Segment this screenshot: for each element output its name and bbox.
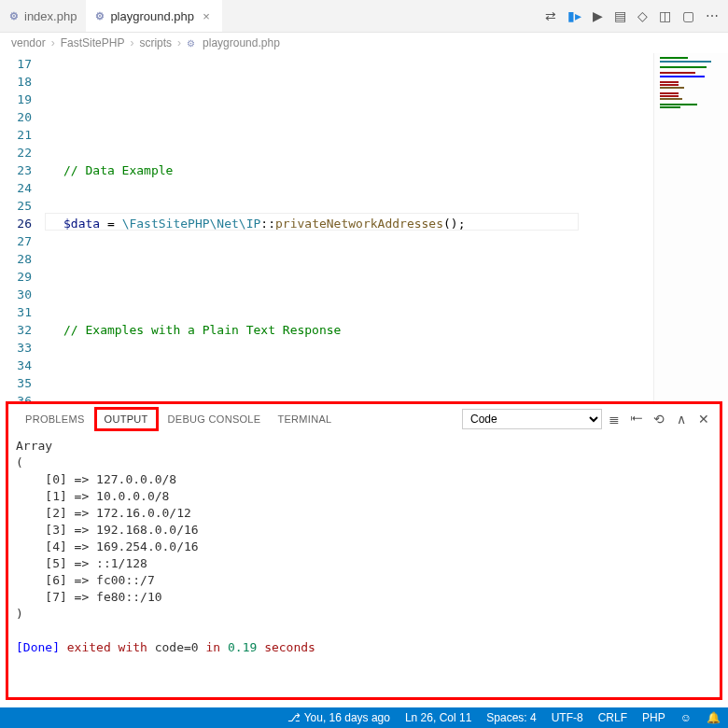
close-icon[interactable]: ✕ xyxy=(693,412,714,427)
run-icon[interactable]: ▶ xyxy=(593,8,603,23)
status-bar: ⎇You, 16 days ago Ln 26, Col 11 Spaces: … xyxy=(0,707,728,728)
open-icon[interactable]: ▮▸ xyxy=(567,8,581,23)
crumb-scripts[interactable]: scripts xyxy=(139,36,172,49)
panel-tab-terminal[interactable]: TERMINAL xyxy=(270,408,339,430)
panel-tabbar: PROBLEMS OUTPUT DEBUG CONSOLE TERMINAL C… xyxy=(8,404,720,434)
status-spaces[interactable]: Spaces: 4 xyxy=(479,711,543,724)
breadcrumb: vendor › FastSitePHP › scripts › ⚙ playg… xyxy=(0,33,728,53)
chevron-up-icon[interactable]: ∧ xyxy=(671,412,692,427)
crumb-fastsitephp[interactable]: FastSitePHP xyxy=(61,36,125,49)
status-git[interactable]: ⎇You, 16 days ago xyxy=(280,711,398,724)
diff-icon[interactable]: ⇄ xyxy=(545,8,556,23)
list-icon[interactable]: ≣ xyxy=(604,412,624,427)
git-commit-icon: ⎇ xyxy=(287,711,301,724)
tab-label: index.php xyxy=(24,9,77,23)
minimap[interactable] xyxy=(653,53,728,401)
status-bell-icon[interactable]: 🔔 xyxy=(699,711,728,724)
bottom-panel: PROBLEMS OUTPUT DEBUG CONSOLE TERMINAL C… xyxy=(6,401,722,700)
editor[interactable]: 17 18 19 20 21 22 23 24 25 26 27 28 29 3… xyxy=(0,53,728,401)
crumb-file[interactable]: playground.php xyxy=(203,36,280,49)
panel-tab-debug[interactable]: DEBUG CONSOLE xyxy=(161,408,269,430)
output-channel-select[interactable]: Code xyxy=(462,409,602,429)
unlock-icon[interactable]: ⭰ xyxy=(626,412,647,427)
chevron-right-icon: › xyxy=(51,36,55,49)
split-icon[interactable]: ◫ xyxy=(659,8,671,23)
editor-actions: ⇄ ▮▸ ▶ ▤ ◇ ◫ ▢ ⋯ xyxy=(545,0,728,32)
doc-icon[interactable]: ▤ xyxy=(614,8,626,23)
clear-icon[interactable]: ⟲ xyxy=(649,412,669,427)
php-file-icon: ⚙ xyxy=(187,38,195,49)
status-eol[interactable]: CRLF xyxy=(591,711,635,724)
more-icon[interactable]: ⋯ xyxy=(706,8,719,23)
tab-playground-php[interactable]: ⚙ playground.php × xyxy=(86,0,222,32)
status-language[interactable]: PHP xyxy=(635,711,673,724)
chevron-right-icon: › xyxy=(130,36,133,49)
chevron-right-icon: › xyxy=(177,36,181,49)
php-file-icon: ⚙ xyxy=(9,10,19,22)
panel-tab-problems[interactable]: PROBLEMS xyxy=(18,408,92,430)
tag-icon[interactable]: ◇ xyxy=(637,8,648,23)
tab-label: playground.php xyxy=(110,9,194,23)
status-encoding[interactable]: UTF-8 xyxy=(544,711,591,724)
line-gutter: 17 18 19 20 21 22 23 24 25 26 27 28 29 3… xyxy=(0,53,45,401)
layout-icon[interactable]: ▢ xyxy=(682,8,694,23)
status-feedback-icon[interactable]: ☺ xyxy=(673,711,699,724)
code-area[interactable]: // Data Example $data = \FastSitePHP\Net… xyxy=(45,53,653,401)
php-file-icon: ⚙ xyxy=(95,10,105,22)
close-icon[interactable]: × xyxy=(200,9,213,23)
output-body[interactable]: Array ( [0] => 127.0.0.0/8 [1] => 10.0.0… xyxy=(8,434,720,697)
tab-index-php[interactable]: ⚙ index.php xyxy=(0,0,86,32)
panel-tab-output[interactable]: OUTPUT xyxy=(94,407,159,431)
crumb-vendor[interactable]: vendor xyxy=(11,36,46,49)
status-lncol[interactable]: Ln 26, Col 11 xyxy=(398,711,479,724)
editor-tabbar: ⚙ index.php ⚙ playground.php × ⇄ ▮▸ ▶ ▤ … xyxy=(0,0,728,33)
